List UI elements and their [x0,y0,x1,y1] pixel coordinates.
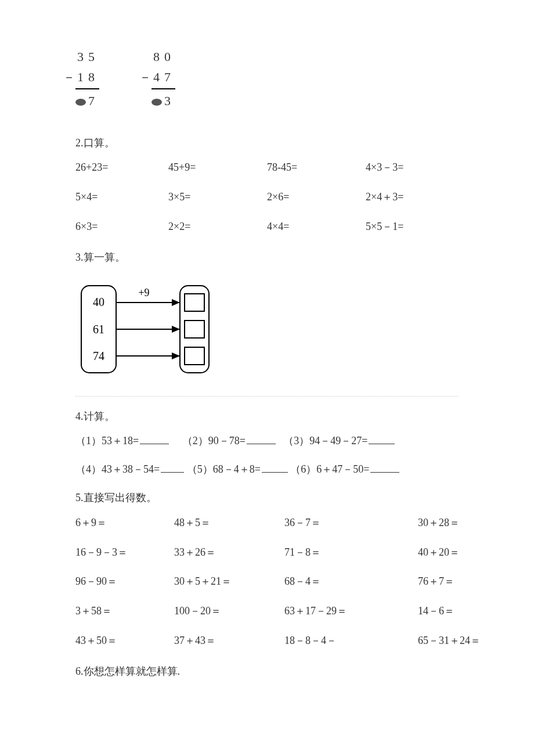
q5-cell: 30＋28＝ [395,514,482,531]
q5-cell: 33＋26＝ [174,544,284,561]
q4-item-1: （1）53＋18= [75,433,169,449]
q5-cell: 30＋5＋21＝ [174,573,284,590]
svg-rect-2 [185,294,204,311]
q5-cell: 40＋20＝ [395,544,482,561]
vertical-subtraction-problems: 35 －18 7 80 －47 3 [75,46,459,111]
vert1-line [75,88,99,89]
q4-block: （1）53＋18= （2）90－78= （3）94－49－27= （4）43＋3… [75,433,459,478]
q5-cell: 68－4＝ [284,573,395,590]
svg-rect-4 [185,347,204,365]
vert1-result: 7 [75,91,99,111]
q2-cell: 4×3－3= [366,159,464,176]
q2-cell: 2×4＋3= [366,189,464,206]
q2-cell: 3×5= [168,189,267,206]
blank [262,462,288,473]
section-5-title: 5.直接写出得数。 [75,489,459,506]
q3-input-2: 74 [93,350,104,362]
q2-cell: 2×2= [168,218,267,235]
ink-blot-icon [75,99,86,106]
q2-cell: 26+23= [75,159,168,176]
vertical-problem-1: 35 －18 7 [75,46,99,111]
section-6-title: 6.你想怎样算就怎样算. [75,663,459,680]
q5-cell: 3＋58＝ [75,603,174,620]
ink-blot-icon [151,99,162,106]
q5-cell: 16－9－3＝ [75,544,174,561]
q5-cell: 14－6＝ [395,603,482,620]
page-divider [75,396,459,397]
q5-cell: 71－8＝ [284,544,395,561]
section-2-title: 2.口算。 [75,135,459,152]
q5-cell: 65－31＋24＝ [395,632,482,649]
blank [370,462,399,473]
q2-cell: 5×4= [75,189,168,206]
q4-item-3: （3）94－49－27= [283,433,395,449]
q5-cell: 100－20＝ [174,603,284,620]
vert2-top: 80 [151,46,175,67]
vert1-top: 35 [75,46,99,67]
q5-cell: 76＋7＝ [395,573,482,590]
q5-cell: 6＋9＝ [75,514,174,531]
blank [247,434,276,444]
q2-cell: 78-45= [267,159,366,176]
q5-cell: 48＋5＝ [174,514,284,531]
q5-cell: 63＋17－29＝ [284,603,395,620]
section-3-title: 3.算一算。 [75,249,459,266]
q2-cell: 2×6= [267,189,366,206]
q2-cell: 5×5－1= [366,218,464,235]
q4-item-2: （2）90－78= [182,433,276,449]
vertical-problem-2: 80 －47 3 [151,46,175,111]
q5-cell: 37＋43＝ [174,632,284,649]
vert2-bottom: －47 [151,67,175,87]
q3-diagram: 40 61 74 +9 [75,280,459,379]
vert2-line [151,88,175,89]
q5-cell: 18－8－4－ [284,632,395,649]
vert2-result: 3 [151,91,175,111]
q5-cell: 36－7＝ [284,514,395,531]
blank [161,462,184,473]
q2-cell: 6×3= [75,218,168,235]
q2-cell: 45+9= [168,159,267,176]
section-4-title: 4.计算。 [75,408,459,425]
q3-input-1: 61 [93,323,104,336]
q5-grid: 6＋9＝ 48＋5＝ 36－7＝ 30＋28＝ 16－9－3＝ 33＋26＝ 7… [75,514,459,649]
q4-row-2: （4）43＋38－54= （5）68－4＋8= （6）6＋47－50= [75,461,459,478]
blank [140,434,169,444]
blank [369,434,395,444]
q3-svg: 40 61 74 +9 [75,280,215,379]
q4-item-6: （6）6＋47－50= [290,461,399,478]
q5-cell: 43＋50＝ [75,632,174,649]
q2-grid: 26+23= 45+9= 78-45= 4×3－3= 5×4= 3×5= 2×6… [75,159,459,235]
q2-cell: 4×4= [267,218,366,235]
q3-operation: +9 [138,287,149,298]
q5-cell: 96－90＝ [75,573,174,590]
q3-input-0: 40 [93,296,104,308]
svg-rect-3 [185,321,204,338]
q4-item-5: （5）68－4＋8= [187,461,288,478]
vert1-bottom: －18 [75,67,99,87]
q4-row-1: （1）53＋18= （2）90－78= （3）94－49－27= [75,433,459,449]
q4-item-4: （4）43＋38－54= [75,461,184,478]
